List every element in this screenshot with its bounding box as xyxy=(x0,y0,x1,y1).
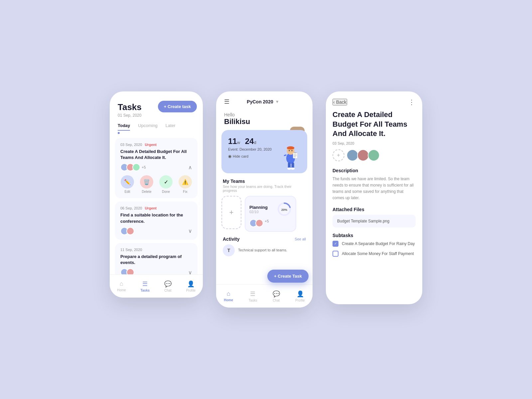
detail-date: 03 Sep, 2020 xyxy=(332,141,416,145)
task-card: 06 Sep, 2020 Urgent Find a suitable loca… xyxy=(115,201,198,239)
chevron-down-icon: ▼ xyxy=(275,99,279,104)
subtask-text: Create A Separate Budget For Rainy Day xyxy=(342,241,415,246)
description-label: Description xyxy=(332,168,416,173)
nav-home-label: Home xyxy=(224,298,233,302)
team-card: Planning 02/10 20% +5 xyxy=(245,196,296,232)
svg-rect-8 xyxy=(288,162,291,168)
nav-profile-label: Profile xyxy=(186,289,196,292)
hide-card-label: Hide card xyxy=(233,154,248,158)
collapse-button[interactable]: ∧ xyxy=(188,164,192,171)
subtasks-label: Subtasks xyxy=(332,233,416,238)
done-icon: ✓ xyxy=(159,175,173,189)
avatar xyxy=(132,163,140,171)
delete-action[interactable]: 🗑️ Delete xyxy=(140,175,153,194)
svg-rect-12 xyxy=(293,153,297,158)
task-meta: 11 Sep, 2020 xyxy=(120,248,192,252)
task-footer: ∨ xyxy=(120,227,192,235)
nav-chat-label: Chat xyxy=(164,289,171,292)
greeting-sub: Hello xyxy=(224,112,305,117)
nav-tasks[interactable]: ☰ Tasks xyxy=(249,290,257,302)
subtask-text: Allocate Some Money For Staff Payment xyxy=(342,251,414,256)
expand-button[interactable]: ∨ xyxy=(188,228,192,234)
nav-tasks[interactable]: ☰ Tasks xyxy=(140,280,150,292)
tasks-list: 03 Sep, 2020 Urgent Create A Detailed Bu… xyxy=(110,138,203,281)
avatar-count: +5 xyxy=(142,165,146,169)
nav-tasks-label: Tasks xyxy=(249,299,257,302)
task-title: Find a suitable location for the confere… xyxy=(120,212,192,224)
delete-label: Delete xyxy=(142,190,152,194)
add-assignee-button[interactable]: + xyxy=(332,149,344,161)
action-row: ✏️ Edit 🗑️ Delete ✓ Done ⚠️ Fix xyxy=(120,175,192,194)
subtask-checkbox[interactable] xyxy=(332,251,338,257)
org-name: PyCon 2020 xyxy=(247,99,273,104)
nav-home[interactable]: ⌂ Home xyxy=(117,280,126,292)
menu-icon[interactable]: ☰ xyxy=(224,98,229,105)
svg-point-2 xyxy=(287,146,295,150)
description-text: The funds we have are limited. So the te… xyxy=(332,176,416,201)
team-count: 02/10 xyxy=(249,210,268,214)
nav-profile[interactable]: 👤 Profile xyxy=(186,280,196,292)
teams-row: + Planning 02/10 20% xyxy=(216,196,313,236)
create-task-button[interactable]: + Create task xyxy=(158,101,197,112)
tasks-screen: Tasks 01 Sep, 2020 + Create task Today U… xyxy=(110,91,203,298)
svg-rect-3 xyxy=(289,147,290,148)
see-all-button[interactable]: See all xyxy=(295,237,306,241)
svg-rect-13 xyxy=(294,152,297,153)
task-avatars xyxy=(120,227,132,235)
hide-icon: ◉ xyxy=(228,154,231,159)
fix-label: Fix xyxy=(183,190,187,194)
tasks-icon: ☰ xyxy=(250,290,255,298)
chat-icon: 💬 xyxy=(273,290,280,298)
add-team-button[interactable]: + xyxy=(221,196,241,229)
greeting-name: Bilikisu xyxy=(224,117,305,126)
bottom-navigation: ⌂ Home ☰ Tasks 💬 Chat 👤 Profile xyxy=(216,284,313,308)
subtask-checkbox[interactable]: ✓ xyxy=(332,241,338,247)
header-date: 01 Sep, 2020 xyxy=(118,113,195,118)
delete-icon: 🗑️ xyxy=(140,175,153,189)
progress-circle: 20% xyxy=(277,202,292,216)
task-title: Prepare a detailed program of events. xyxy=(120,254,192,266)
greeting-section: Hello Bilikisu xyxy=(216,109,313,130)
task-meta: 03 Sep, 2020 Urgent xyxy=(120,143,192,147)
my-teams-title: My Teams xyxy=(216,179,313,185)
tab-upcoming[interactable]: Upcoming xyxy=(138,123,158,131)
nav-tasks-label: Tasks xyxy=(140,289,150,292)
done-action[interactable]: ✓ Done xyxy=(159,175,173,194)
chat-icon: 💬 xyxy=(164,280,172,288)
detail-title: Create A Detailed Budget For All Teams A… xyxy=(332,110,416,139)
my-teams-subtitle: See how your teams are doing. Track thei… xyxy=(216,185,313,196)
back-button[interactable]: ‹ Back xyxy=(332,99,347,105)
tab-later[interactable]: Later xyxy=(166,123,176,131)
fix-action[interactable]: ⚠️ Fix xyxy=(179,175,192,194)
assignees-row: + xyxy=(332,149,416,161)
create-task-fab[interactable]: + Create Task xyxy=(267,270,309,283)
task-card: 03 Sep, 2020 Urgent Create A Detailed Bu… xyxy=(115,138,198,198)
nav-profile[interactable]: 👤 Profile xyxy=(295,290,305,302)
edit-action[interactable]: ✏️ Edit xyxy=(121,175,134,194)
activity-header: Activity See all xyxy=(223,236,306,242)
svg-point-4 xyxy=(289,150,290,151)
urgent-badge: Urgent xyxy=(145,206,156,210)
tab-today[interactable]: Today xyxy=(118,123,130,131)
nav-chat[interactable]: 💬 Chat xyxy=(273,290,280,302)
nav-home[interactable]: ⌂ Home xyxy=(224,290,233,302)
home-screen: ☰ PyCon 2020 ▼ Hello Bilikisu 11w 24d Ev… xyxy=(216,91,313,308)
assignee-avatar xyxy=(346,149,358,161)
team-name-label: Planning xyxy=(249,205,268,210)
task-title: Create A Detailed Budget For All Teams A… xyxy=(120,149,192,161)
more-options-button[interactable]: ⋮ xyxy=(408,98,416,106)
tasks-icon: ☰ xyxy=(142,280,148,288)
tab-bar: Today Upcoming Later xyxy=(110,123,203,131)
profile-icon: 👤 xyxy=(187,280,195,288)
back-chevron-icon: ‹ xyxy=(333,99,335,105)
home-icon: ⌂ xyxy=(120,280,123,287)
team-avatars: +5 xyxy=(249,219,292,227)
home-icon: ⌂ xyxy=(227,290,230,297)
svg-rect-6 xyxy=(284,154,287,156)
org-selector[interactable]: PyCon 2020 ▼ xyxy=(247,99,279,104)
task-meta: 06 Sep, 2020 Urgent xyxy=(120,206,192,210)
assignee-avatar xyxy=(368,149,380,161)
nav-chat[interactable]: 💬 Chat xyxy=(164,280,172,292)
activity-item: T Technical support to all teams. xyxy=(223,244,306,256)
profile-icon: 👤 xyxy=(297,290,304,298)
